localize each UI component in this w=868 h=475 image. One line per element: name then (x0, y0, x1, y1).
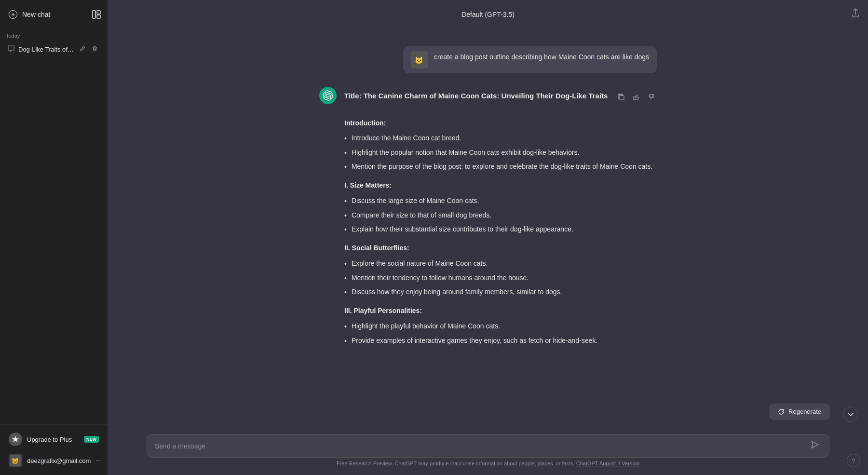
ai-avatar (319, 87, 337, 104)
layout-icon (92, 10, 101, 19)
playful-bullet-2: Provide examples of interactive games th… (344, 335, 657, 346)
help-icon: ? (852, 457, 855, 464)
ai-message-content: Title: The Canine Charm of Maine Coon Ca… (344, 87, 657, 349)
user-msg-avatar: 🐱 (411, 51, 428, 68)
user-email: deezgrafix@gmail.com (27, 457, 91, 464)
header: Default (GPT-3.5) (108, 0, 868, 29)
social-bullet-2: Mention their tendency to follow humans … (344, 272, 657, 284)
user-message-text: create a blog post outline describing ho… (434, 51, 649, 61)
svg-rect-2 (97, 15, 100, 18)
svg-text:🐱: 🐱 (12, 457, 19, 464)
pencil-icon (80, 45, 86, 52)
input-area: Free Research Preview. ChatGPT may produ… (108, 428, 868, 475)
footer-link[interactable]: ChatGPT August 3 Version (576, 461, 639, 466)
svg-text:🐱: 🐱 (415, 56, 423, 65)
sidebar-layout-button[interactable] (89, 7, 104, 22)
upgrade-to-plus-item[interactable]: Upgrade to Plus NEW (4, 429, 104, 450)
chat-item-actions (78, 44, 100, 54)
thumbup-icon (633, 94, 640, 101)
user-message-row: 🐱 create a blog post outline describing … (281, 41, 695, 79)
size-bullet-1: Discuss the large size of Maine Coon cat… (344, 195, 657, 206)
chat-history-item[interactable]: Dog-Like Traits of Main (2, 41, 106, 58)
playful-bullet-list: Highlight the playful behavior of Maine … (344, 321, 657, 346)
thumbdown-icon (648, 94, 655, 101)
intro-bullet-2: Highlight the popular notion that Maine … (344, 147, 657, 158)
section-heading-playful: III. Playful Personalities: (344, 305, 657, 317)
user-more-button[interactable]: ··· (95, 456, 102, 465)
svg-rect-1 (97, 11, 100, 14)
intro-bullet-1: Introduce the Maine Coon cat breed. (344, 133, 657, 144)
new-badge: NEW (84, 436, 99, 443)
social-bullet-list: Explore the social nature of Maine Coon … (344, 258, 657, 298)
sidebar-top: + New chat (0, 0, 108, 29)
social-bullet-3: Discuss how they enjoy being around fami… (344, 286, 657, 298)
sidebar-bottom: Upgrade to Plus NEW 🐱 deezgrafix@gmail.c… (0, 424, 108, 475)
copy-message-button[interactable] (616, 93, 627, 103)
message-input[interactable] (155, 442, 804, 450)
scroll-down-icon (847, 411, 854, 418)
trash-icon (92, 45, 98, 52)
new-chat-label: New chat (22, 11, 50, 18)
footer-disclaimer: Free Research Preview. ChatGPT may produ… (337, 461, 575, 466)
social-bullet-1: Explore the social nature of Maine Coon … (344, 258, 657, 269)
user-message-bubble: 🐱 create a blog post outline describing … (403, 46, 657, 73)
main-content: Default (GPT-3.5) 🐱 create a blog post o… (108, 0, 868, 475)
section-heading-intro: Introduction: (344, 118, 657, 129)
regenerate-label: Regenerate (788, 408, 821, 415)
section-heading-social: II. Social Butterflies: (344, 243, 657, 254)
send-icon (811, 440, 819, 449)
footer-text: Free Research Preview. ChatGPT may produ… (147, 458, 829, 471)
section-heading-size: I. Size Matters: (344, 180, 657, 191)
size-bullet-list: Discuss the large size of Maine Coon cat… (344, 195, 657, 235)
size-bullet-2: Compare their size to that of small dog … (344, 210, 657, 221)
ai-message-row: Title: The Canine Charm of Maine Coon Ca… (281, 79, 695, 357)
playful-bullet-1: Highlight the playful behavior of Maine … (344, 321, 657, 332)
new-chat-button[interactable]: + New chat (4, 6, 89, 23)
thumbdown-button[interactable] (646, 93, 657, 103)
user-avatar: 🐱 (9, 454, 22, 467)
sidebar: + New chat Today Dog-Like Traits of Main (0, 0, 108, 475)
chat-bubble-icon (8, 45, 14, 54)
upgrade-icon (9, 433, 22, 446)
upgrade-label: Upgrade to Plus (27, 436, 72, 443)
user-profile-item[interactable]: 🐱 deezgrafix@gmail.com ··· (4, 450, 104, 471)
size-bullet-3: Explain how their substantial size contr… (344, 224, 657, 235)
message-actions (616, 90, 657, 103)
scroll-down-button[interactable] (843, 407, 858, 422)
regenerate-button[interactable]: Regenerate (770, 404, 829, 420)
svg-rect-7 (620, 95, 624, 100)
today-section: Today Dog-Like Traits of Main (0, 29, 108, 58)
regenerate-icon (778, 408, 785, 415)
chat-area[interactable]: 🐱 create a blog post outline describing … (108, 29, 868, 428)
plus-icon: + (11, 11, 15, 18)
send-button[interactable] (809, 439, 821, 452)
intro-bullet-list: Introduce the Maine Coon cat breed. High… (344, 133, 657, 172)
share-button[interactable] (851, 8, 860, 20)
intro-bullet-3: Mention the purpose of the blog post: to… (344, 161, 657, 172)
svg-rect-0 (93, 11, 95, 18)
ai-message-title: Title: The Canine Charm of Maine Coon Ca… (344, 90, 608, 102)
header-title: Default (GPT-3.5) (461, 11, 515, 18)
delete-chat-button[interactable] (90, 44, 100, 54)
today-label: Today (0, 29, 108, 41)
new-chat-icon: + (9, 10, 17, 19)
share-icon (851, 8, 860, 18)
thumbup-button[interactable] (631, 93, 642, 103)
chat-item-title: Dog-Like Traits of Main (18, 46, 74, 53)
input-container (147, 434, 829, 458)
edit-chat-button[interactable] (78, 44, 88, 54)
help-button[interactable]: ? (847, 454, 860, 467)
copy-icon (618, 94, 625, 101)
user-message-avatar-inline: 🐱 create a blog post outline describing … (411, 51, 649, 68)
